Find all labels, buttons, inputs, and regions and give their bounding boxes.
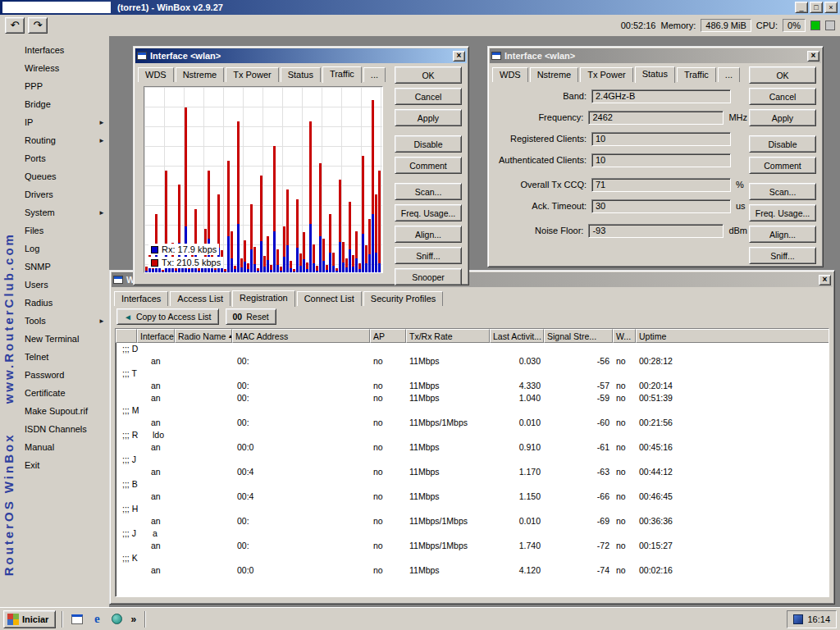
- table-row[interactable]: an00:no11Mbps/1Mbps1.740-72no00:15:27: [116, 540, 829, 552]
- quicklaunch-overflow-chevron[interactable]: »: [128, 614, 139, 625]
- tab-tx-power[interactable]: Tx Power: [226, 67, 278, 82]
- sidebar-item-log[interactable]: Log: [21, 240, 107, 258]
- table-comment-row[interactable]: ;;; B: [116, 478, 829, 491]
- tab-interfaces[interactable]: Interfaces: [114, 291, 168, 306]
- field-value-authenticated-clients[interactable]: 10: [591, 153, 731, 167]
- align-button[interactable]: Align...: [749, 226, 816, 243]
- sniff-button[interactable]: Sniff...: [749, 247, 816, 264]
- freq-usage-button[interactable]: Freq. Usage...: [749, 204, 816, 221]
- table-row[interactable]: an00:0no11Mbps4.120-74no00:02:16: [116, 564, 829, 577]
- tab-access-list[interactable]: Access List: [170, 291, 231, 306]
- scan-button[interactable]: Scan...: [749, 183, 816, 200]
- network-globe-icon[interactable]: [108, 611, 125, 628]
- cancel-button[interactable]: Cancel: [749, 88, 816, 105]
- table-comment-row[interactable]: ;;; D: [116, 343, 829, 355]
- field-value-frequency[interactable]: 2462: [588, 111, 724, 125]
- tab-nstreme[interactable]: Nstreme: [530, 67, 579, 82]
- table-row[interactable]: an00:no11Mbps1.040-59no00:51:39: [116, 392, 829, 404]
- field-value-noise-floor[interactable]: -93: [588, 224, 724, 238]
- ok-button[interactable]: OK: [749, 66, 816, 84]
- app-titlebar[interactable]: (torre1) - WinBox v2.9.27 _ □ ×: [0, 0, 840, 15]
- table-comment-row[interactable]: ;;; M: [116, 404, 829, 417]
- table-comment-row[interactable]: ;;; Rldo: [116, 429, 829, 441]
- sidebar-item-exit[interactable]: Exit: [21, 456, 107, 474]
- comment-button[interactable]: Comment: [749, 157, 816, 174]
- tab-nstreme[interactable]: Nstreme: [176, 67, 225, 82]
- sidebar-item-isdn-channels[interactable]: ISDN Channels: [21, 420, 107, 438]
- tab-wds[interactable]: WDS: [138, 67, 174, 82]
- field-value-overall-tx-ccq[interactable]: 71: [591, 178, 731, 192]
- field-value-ack-timeout[interactable]: 30: [591, 199, 731, 213]
- tray-app-icon[interactable]: [793, 614, 803, 624]
- sidebar-item-tools[interactable]: Tools►: [21, 312, 107, 330]
- column-header-mac-address[interactable]: MAC Address: [232, 329, 370, 343]
- sidebar-item-queues[interactable]: Queues: [21, 167, 107, 185]
- cancel-button[interactable]: Cancel: [395, 88, 462, 105]
- show-desktop-icon[interactable]: [69, 611, 85, 628]
- tab-status[interactable]: Status: [635, 66, 675, 83]
- tab-connect-list[interactable]: Connect List: [297, 291, 362, 306]
- tab-wds[interactable]: WDS: [492, 67, 528, 82]
- column-header-signal-stre[interactable]: Signal Stre...: [544, 329, 613, 343]
- sidebar-item-ports[interactable]: Ports: [21, 149, 107, 167]
- sidebar-item-make-supout-rif[interactable]: Make Supout.rif: [21, 402, 107, 420]
- minimize-button[interactable]: _: [795, 2, 808, 13]
- freq-usage-button[interactable]: Freq. Usage...: [395, 204, 462, 221]
- table-comment-row[interactable]: ;;; Ja: [116, 527, 829, 540]
- tab-more[interactable]: ...: [363, 67, 386, 82]
- sidebar-item-wireless[interactable]: Wireless: [21, 59, 107, 77]
- table-comment-row[interactable]: ;;; T: [116, 368, 829, 380]
- close-icon[interactable]: ×: [819, 275, 831, 285]
- maximize-button[interactable]: □: [810, 2, 823, 13]
- tab-security-profiles[interactable]: Security Profiles: [363, 291, 443, 306]
- sidebar-item-interfaces[interactable]: Interfaces: [21, 41, 107, 59]
- sidebar-item-certificate[interactable]: Certificate: [21, 384, 107, 402]
- sidebar-item-telnet[interactable]: Telnet: [21, 348, 107, 366]
- table-row[interactable]: an00:4no11Mbps1.150-66no00:46:45: [116, 491, 829, 503]
- snooper-button[interactable]: Snooper: [395, 268, 462, 285]
- tab-more[interactable]: ...: [718, 67, 740, 82]
- align-button[interactable]: Align...: [395, 226, 462, 243]
- start-button[interactable]: Iniciar: [3, 610, 56, 628]
- tab-status[interactable]: Status: [281, 67, 321, 82]
- sniff-button[interactable]: Sniff...: [395, 247, 462, 264]
- table-row[interactable]: an00:4no11Mbps1.170-63no00:44:12: [116, 466, 829, 478]
- sidebar-item-drivers[interactable]: Drivers: [21, 185, 107, 203]
- reset-button[interactable]: 00 Reset: [226, 308, 276, 325]
- disable-button[interactable]: Disable: [749, 135, 816, 153]
- redo-icon[interactable]: ↷: [28, 17, 48, 34]
- table-row[interactable]: an00:no11Mbps/1Mbps0.010-69no00:36:36: [116, 515, 829, 527]
- table-row[interactable]: an00:no11Mbps4.330-57no00:20:14: [116, 380, 829, 392]
- column-header-flags[interactable]: [116, 329, 137, 343]
- apply-button[interactable]: Apply: [749, 109, 816, 126]
- column-header-tx-rx-rate[interactable]: Tx/Rx Rate: [406, 329, 490, 343]
- comment-button[interactable]: Comment: [395, 157, 462, 174]
- column-header-radio-name[interactable]: Radio Name▲: [175, 329, 232, 343]
- field-value-registered-clients[interactable]: 10: [591, 132, 731, 146]
- sidebar-item-system[interactable]: System►: [21, 203, 107, 221]
- sidebar-item-snmp[interactable]: SNMP: [21, 258, 107, 276]
- sidebar-item-new-terminal[interactable]: New Terminal: [21, 330, 107, 348]
- disable-button[interactable]: Disable: [395, 135, 462, 153]
- close-icon[interactable]: ×: [807, 51, 819, 62]
- sidebar-item-password[interactable]: Password: [21, 366, 107, 384]
- table-comment-row[interactable]: ;;; K: [116, 552, 829, 564]
- internet-explorer-icon[interactable]: e: [89, 611, 105, 628]
- undo-icon[interactable]: ↶: [5, 17, 25, 34]
- table-row[interactable]: an00:0no11Mbps0.910-61no00:45:16: [116, 441, 829, 454]
- sidebar-item-radius[interactable]: Radius: [21, 294, 107, 312]
- sidebar-item-bridge[interactable]: Bridge: [21, 95, 107, 113]
- sidebar-item-manual[interactable]: Manual: [21, 438, 107, 456]
- close-button[interactable]: ×: [824, 2, 838, 13]
- sidebar-item-files[interactable]: Files: [21, 221, 107, 240]
- column-header-uptime[interactable]: Uptime: [636, 329, 829, 343]
- field-value-band[interactable]: 2.4GHz-B: [591, 89, 731, 103]
- tab-traffic[interactable]: Traffic: [677, 67, 716, 82]
- traffic-window-titlebar[interactable]: Interface <wlan> ×: [135, 48, 467, 63]
- column-header-interface[interactable]: Interface: [137, 329, 175, 343]
- status-window-titlebar[interactable]: Interface <wlan> ×: [490, 48, 821, 63]
- tab-traffic[interactable]: Traffic: [322, 66, 362, 83]
- table-row[interactable]: an00:no11Mbps/1Mbps0.010-60no00:21:56: [116, 417, 829, 429]
- column-header-w[interactable]: W...: [613, 329, 636, 343]
- apply-button[interactable]: Apply: [395, 109, 462, 126]
